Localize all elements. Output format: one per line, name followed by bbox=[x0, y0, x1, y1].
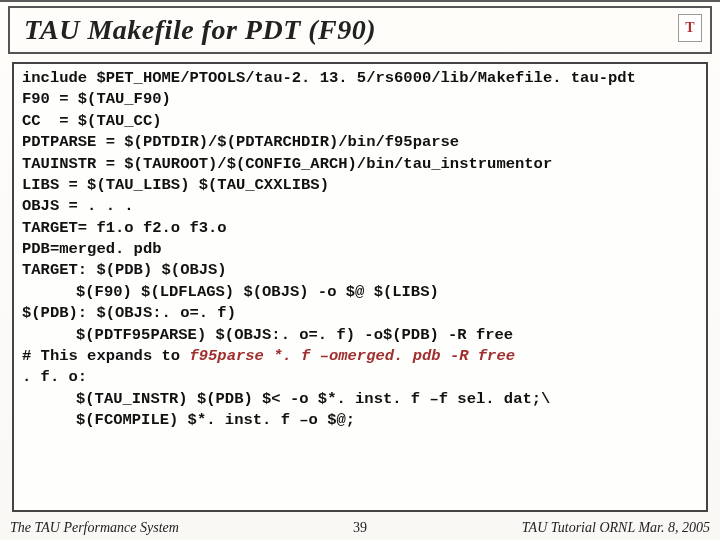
code-line: PDTPARSE = $(PDTDIR)/$(PDTARCHDIR)/bin/f… bbox=[22, 132, 698, 153]
tau-logo-icon: T bbox=[678, 14, 702, 42]
code-line: $(TAU_INSTR) $(PDB) $< -o $*. inst. f –f… bbox=[22, 389, 698, 410]
code-line: CC = $(TAU_CC) bbox=[22, 111, 698, 132]
code-comment-line: # This expands to f95parse *. f –omerged… bbox=[22, 346, 698, 367]
code-line: include $PET_HOME/PTOOLS/tau-2. 13. 5/rs… bbox=[22, 68, 698, 89]
code-line: TAUINSTR = $(TAUROOT)/$(CONFIG_ARCH)/bin… bbox=[22, 154, 698, 175]
code-line: PDB=merged. pdb bbox=[22, 239, 698, 260]
makefile-code-block: include $PET_HOME/PTOOLS/tau-2. 13. 5/rs… bbox=[12, 62, 708, 512]
code-line: $(F90) $(LDFLAGS) $(OBJS) -o $@ $(LIBS) bbox=[22, 282, 698, 303]
code-line: . f. o: bbox=[22, 367, 698, 388]
code-line: $(PDTF95PARSE) $(OBJS:. o=. f) -o$(PDB) … bbox=[22, 325, 698, 346]
slide: TAU Makefile for PDT (F90) T include $PE… bbox=[0, 0, 720, 540]
logo-glyph: T bbox=[685, 20, 694, 36]
code-line: $(PDB): $(OBJS:. o=. f) bbox=[22, 303, 698, 324]
code-comment-prefix: # This expands to bbox=[22, 347, 189, 365]
title-bar: TAU Makefile for PDT (F90) bbox=[8, 6, 712, 54]
code-line: LIBS = $(TAU_LIBS) $(TAU_CXXLIBS) bbox=[22, 175, 698, 196]
top-rule bbox=[0, 0, 720, 2]
code-line: TARGET: $(PDB) $(OBJS) bbox=[22, 260, 698, 281]
code-line: TARGET= f1.o f2.o f3.o bbox=[22, 218, 698, 239]
code-line: OBJS = . . . bbox=[22, 196, 698, 217]
slide-title: TAU Makefile for PDT (F90) bbox=[24, 14, 376, 46]
slide-number: 39 bbox=[10, 520, 710, 536]
code-line: $(FCOMPILE) $*. inst. f –o $@; bbox=[22, 410, 698, 431]
code-line: F90 = $(TAU_F90) bbox=[22, 89, 698, 110]
slide-footer: The TAU Performance System 39 TAU Tutori… bbox=[10, 516, 710, 536]
code-highlight: f95parse *. f –omerged. pdb -R free bbox=[189, 347, 515, 365]
